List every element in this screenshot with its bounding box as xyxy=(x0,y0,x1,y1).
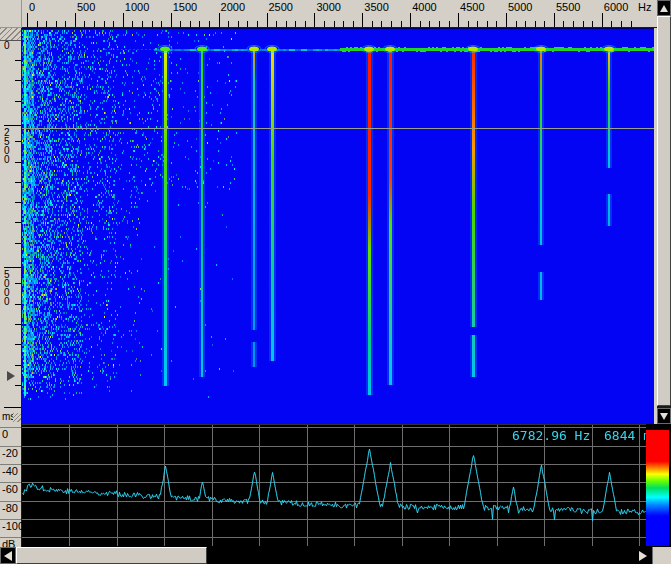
freq-major-tick xyxy=(123,13,124,27)
frequency-ruler[interactable]: Hz 0500100015002000250030003500400045005… xyxy=(22,0,657,28)
freq-minor-tick xyxy=(372,21,373,27)
freq-minor-tick xyxy=(228,21,229,27)
freq-minor-tick xyxy=(401,21,402,27)
time-minor-tick xyxy=(15,304,21,305)
spectrogram-display[interactable] xyxy=(22,28,654,424)
db-tick-label: -40 xyxy=(2,465,18,477)
db-tick-label: 0 xyxy=(2,428,8,440)
freq-minor-tick xyxy=(592,21,593,27)
time-minor-tick xyxy=(15,80,21,81)
db-tick-label: -100 xyxy=(2,520,24,532)
freq-minor-tick xyxy=(56,21,57,27)
freq-minor-tick xyxy=(180,21,181,27)
right-arrow-icon xyxy=(639,551,647,561)
freq-minor-tick xyxy=(391,21,392,27)
freq-minor-tick xyxy=(439,21,440,27)
freq-major-tick xyxy=(602,13,603,27)
time-minor-tick xyxy=(15,101,21,102)
db-tick-label: -80 xyxy=(2,502,18,514)
db-ruler: dB 0-20-40-60-80-100 xyxy=(0,424,22,547)
freq-minor-tick xyxy=(104,21,105,27)
freq-minor-tick xyxy=(573,21,574,27)
freq-minor-tick xyxy=(496,21,497,27)
scroll-up-button[interactable] xyxy=(657,0,671,16)
time-minor-tick xyxy=(15,202,21,203)
freq-tick-label: 0 xyxy=(29,1,35,13)
time-minor-tick xyxy=(15,365,21,366)
freq-tick-label: 6000 xyxy=(604,1,628,13)
freq-minor-tick xyxy=(161,21,162,27)
down-arrow-icon xyxy=(660,413,668,420)
freq-minor-tick xyxy=(305,21,306,27)
freq-minor-tick xyxy=(142,21,143,27)
freq-minor-tick xyxy=(611,21,612,27)
scroll-down-button[interactable] xyxy=(657,408,671,424)
freq-major-tick xyxy=(314,13,315,27)
horizontal-scrollbar[interactable] xyxy=(0,547,671,564)
time-minor-tick xyxy=(15,182,21,183)
freq-minor-tick xyxy=(563,21,564,27)
time-major-tick xyxy=(4,407,21,408)
freq-minor-tick xyxy=(94,21,95,27)
vertical-scrollbar-thumb[interactable] xyxy=(657,16,671,406)
freq-minor-tick xyxy=(190,21,191,27)
time-ruler-hatch-small xyxy=(13,413,21,422)
frequency-readout: 6782.96 Hz xyxy=(512,428,590,443)
scrollbar-corner-box xyxy=(652,547,671,564)
freq-tick-label: 4500 xyxy=(460,1,484,13)
freq-tick-label: 4000 xyxy=(412,1,436,13)
horizontal-scrollbar-thumb[interactable] xyxy=(16,547,207,564)
freq-minor-tick xyxy=(286,21,287,27)
freq-major-tick xyxy=(554,13,555,27)
freq-minor-tick xyxy=(152,21,153,27)
time-tick-label: 5 0 0 0 xyxy=(4,270,10,306)
freq-tick-label: 1500 xyxy=(173,1,197,13)
left-arrow-icon xyxy=(4,551,12,561)
freq-minor-tick xyxy=(238,21,239,27)
time-major-tick xyxy=(4,125,21,126)
freq-minor-tick xyxy=(132,21,133,27)
vertical-scrollbar[interactable] xyxy=(657,0,671,424)
time-tick-label: 2 5 0 0 xyxy=(4,128,10,164)
time-tick-label: 0 xyxy=(4,41,10,50)
freq-minor-tick xyxy=(334,21,335,27)
freq-minor-tick xyxy=(209,21,210,27)
freq-minor-tick xyxy=(544,21,545,27)
freq-major-tick xyxy=(458,13,459,27)
scroll-right-button[interactable] xyxy=(634,547,651,564)
freq-tick-label: 3000 xyxy=(316,1,340,13)
freq-minor-tick xyxy=(324,21,325,27)
freq-minor-tick xyxy=(477,21,478,27)
freq-major-tick xyxy=(171,13,172,27)
freq-major-tick xyxy=(75,13,76,27)
freq-major-tick xyxy=(219,13,220,27)
freq-major-tick xyxy=(362,13,363,27)
time-minor-tick xyxy=(15,243,21,244)
time-position-marker-icon[interactable] xyxy=(7,371,15,381)
freq-minor-tick xyxy=(516,21,517,27)
time-minor-tick xyxy=(15,385,21,386)
scroll-left-button[interactable] xyxy=(0,547,16,564)
freq-minor-tick xyxy=(468,21,469,27)
freq-minor-tick xyxy=(420,21,421,27)
freq-minor-tick xyxy=(449,21,450,27)
freq-minor-tick xyxy=(37,21,38,27)
freq-tick-label: 5000 xyxy=(508,1,532,13)
colorbar-zone xyxy=(646,424,671,547)
up-arrow-icon xyxy=(660,5,668,12)
freq-major-tick xyxy=(506,13,507,27)
freq-tick-label: 1000 xyxy=(125,1,149,13)
freq-minor-tick xyxy=(295,21,296,27)
freq-minor-tick xyxy=(631,21,632,27)
intensity-colorbar xyxy=(646,430,669,546)
time-minor-tick xyxy=(15,222,21,223)
freq-minor-tick xyxy=(525,21,526,27)
db-grid-tick xyxy=(0,537,21,538)
freq-minor-tick xyxy=(535,21,536,27)
time-ruler[interactable]: ms 02 5 0 05 0 0 0 xyxy=(0,28,22,424)
frequency-unit-label: Hz xyxy=(638,1,651,13)
time-minor-tick xyxy=(15,324,21,325)
freq-tick-label: 2000 xyxy=(221,1,245,13)
freq-minor-tick xyxy=(381,21,382,27)
time-minor-tick xyxy=(15,344,21,345)
